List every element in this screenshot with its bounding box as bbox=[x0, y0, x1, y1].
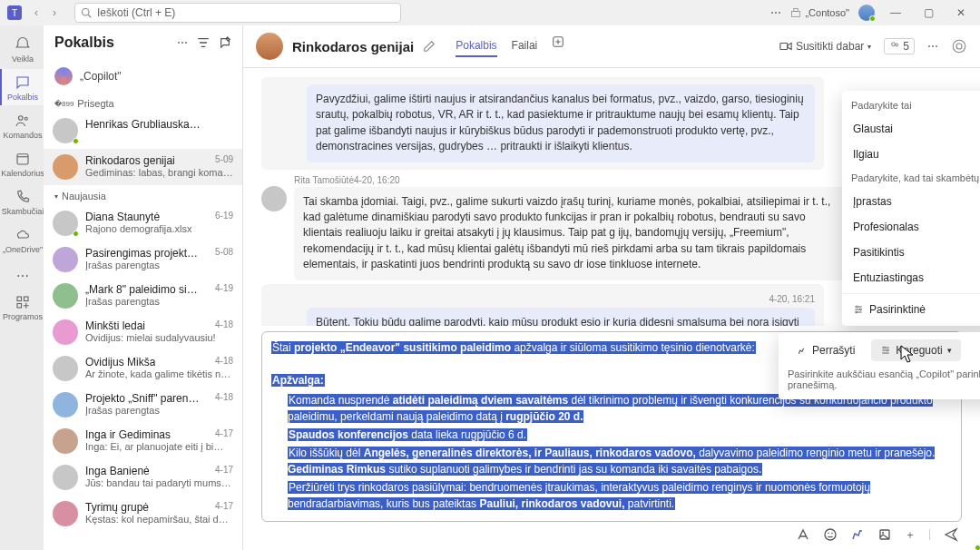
search-placeholder: Ieškoti (Ctrl + E) bbox=[97, 6, 175, 19]
rail-teams[interactable]: Komandos bbox=[0, 107, 44, 143]
header-more-icon[interactable]: ⋯ bbox=[927, 40, 938, 53]
rail-label: Pokalbis bbox=[7, 93, 38, 102]
dropdown-section: Padarykite tai bbox=[842, 94, 980, 116]
svg-point-22 bbox=[860, 530, 862, 532]
message-bubble: Tai skamba įdomiai. Taigi, pvz., galime … bbox=[294, 187, 857, 280]
message-bubble-mine: Būtent. Tokiu būdu galime parodyti, kaip… bbox=[307, 308, 815, 326]
svg-point-7 bbox=[24, 117, 27, 120]
window-minimize-icon[interactable]: — bbox=[884, 6, 907, 19]
dropdown-option-long[interactable]: Ilgiau bbox=[842, 142, 980, 167]
compose-add-icon[interactable]: ＋ bbox=[905, 527, 916, 543]
chatlist-more-icon[interactable]: ⋯ bbox=[177, 36, 188, 49]
edit-title-icon[interactable] bbox=[423, 40, 436, 53]
chat-entry[interactable]: Inga Banienė4-17Jūs: bandau tai padaryti… bbox=[44, 459, 242, 496]
more-icon[interactable]: ⋯ bbox=[770, 6, 781, 19]
meet-now-button[interactable]: Susitikti dabar▾ bbox=[779, 40, 871, 53]
svg-point-19 bbox=[825, 529, 836, 540]
filter-icon[interactable] bbox=[197, 36, 210, 49]
participants-button[interactable]: 5 bbox=[884, 38, 915, 54]
rewrite-tab-rewrite[interactable]: Perrašyti bbox=[788, 339, 864, 361]
copilot-header-icon[interactable] bbox=[951, 38, 967, 54]
chat-entry[interactable]: Inga ir Gediminas4-17Inga: Ei, ar planuo… bbox=[44, 423, 242, 459]
app-rail: Veikla Pokalbis Komandos Kalendorius Ska… bbox=[0, 25, 44, 550]
chat-avatar[interactable] bbox=[256, 33, 283, 60]
message-bubble-mine: Pavyzdžiui, galime ištirti naujus ir ats… bbox=[307, 84, 815, 162]
dropdown-option-custom[interactable]: Pasirinktinė bbox=[842, 297, 980, 322]
window-close-icon[interactable]: ✕ bbox=[949, 6, 973, 19]
svg-point-29 bbox=[887, 349, 889, 351]
dropdown-option-short[interactable]: Glaustai bbox=[842, 116, 980, 142]
rail-onedrive[interactable]: „OneDrive" bbox=[0, 221, 44, 258]
svg-rect-14 bbox=[780, 44, 788, 50]
nav-forward-icon[interactable]: › bbox=[47, 6, 62, 19]
tab-chat[interactable]: Pokalbis bbox=[456, 35, 496, 57]
rewrite-popup: Perrašyti Koreguoti ▾ ✕ Pasirinkite aukš… bbox=[779, 332, 980, 399]
add-tab-icon[interactable] bbox=[552, 35, 564, 57]
svg-point-16 bbox=[896, 44, 898, 46]
svg-point-25 bbox=[857, 306, 858, 308]
format-icon[interactable] bbox=[796, 527, 810, 543]
chat-entry[interactable]: Henrikas Grubliauskas (jūs) bbox=[44, 113, 242, 149]
chat-entry[interactable]: Diana Staunytė6-19Rajono demografija.xls… bbox=[44, 205, 242, 241]
rail-label: Veikla bbox=[12, 54, 34, 64]
svg-rect-12 bbox=[17, 304, 22, 309]
dropdown-option-confident[interactable]: Pasitikintis bbox=[842, 240, 980, 265]
sparkle-icon bbox=[797, 345, 808, 356]
rail-label: Komandos bbox=[3, 131, 42, 140]
org-name: „Contoso" bbox=[805, 7, 849, 18]
chat-entry[interactable]: Rinkodaros genijai5-09Gediminas: labas, … bbox=[44, 149, 242, 185]
org-icon bbox=[790, 7, 801, 18]
rewrite-hint: Pasirinkite aukščiau esančią „Copilot" p… bbox=[788, 368, 980, 390]
svg-point-24 bbox=[882, 532, 884, 534]
dropdown-section: Padarykite, kad tai skambėtų bbox=[842, 167, 980, 189]
copilot-entry[interactable]: „Copilot" bbox=[44, 60, 242, 93]
chat-entry[interactable]: Tyrimų grupė4-17Kęstas: kol nepamiršau, … bbox=[44, 496, 242, 532]
sliders-icon bbox=[880, 345, 891, 356]
rail-calls[interactable]: Skambučiai bbox=[0, 183, 44, 220]
adjust-dropdown: Padarykite tai Glaustai Ilgiau Padarykit… bbox=[842, 91, 980, 326]
rail-label: Kalendorius bbox=[1, 169, 44, 178]
org-switcher[interactable]: „Contoso" bbox=[790, 7, 849, 18]
chat-entry[interactable]: Ovidijus Mikša4-18Ar žinote, kada galime… bbox=[44, 350, 242, 387]
titlebar: T ‹ › Ieškoti (Ctrl + E) ⋯ „Contoso" — ▢… bbox=[0, 0, 980, 25]
dropdown-option-pro[interactable]: Profesionalas bbox=[842, 214, 980, 240]
section-recent: ▾Naujausia bbox=[44, 185, 242, 205]
rail-calendar[interactable]: Kalendorius bbox=[0, 145, 44, 182]
rail-chat[interactable]: Pokalbis bbox=[0, 69, 44, 105]
tab-files[interactable]: Failai bbox=[512, 35, 538, 57]
chat-entry[interactable]: Pasirengimas projektui „Avalon" pale…5-0… bbox=[44, 241, 242, 278]
svg-rect-10 bbox=[17, 297, 22, 301]
nav-back-icon[interactable]: ‹ bbox=[29, 6, 44, 19]
attach-icon[interactable] bbox=[877, 527, 892, 543]
rail-more[interactable]: ⋯ bbox=[0, 263, 44, 287]
dropdown-option-normal[interactable]: Įprastas bbox=[842, 189, 980, 214]
chat-entry[interactable]: Minkšti ledai4-18Ovidijus: mielai sudaly… bbox=[44, 314, 242, 350]
chat-entry[interactable]: Projekto „Sniff" parengimo paleidimui …4… bbox=[44, 387, 242, 423]
svg-point-18 bbox=[956, 44, 962, 49]
dropdown-option-enth[interactable]: Entuziastingas bbox=[842, 265, 980, 290]
svg-point-26 bbox=[859, 309, 861, 310]
emoji-icon[interactable] bbox=[823, 527, 838, 543]
svg-rect-5 bbox=[794, 9, 799, 12]
chat-header: Rinkodaros genijai Pokalbis Failai Susit… bbox=[243, 25, 980, 68]
search-input[interactable]: Ieškoti (Ctrl + E) bbox=[74, 3, 401, 23]
svg-point-20 bbox=[828, 533, 829, 535]
sender-avatar[interactable] bbox=[261, 186, 287, 211]
window-maximize-icon[interactable]: ▢ bbox=[916, 6, 940, 19]
rail-activity[interactable]: Veikla bbox=[0, 31, 44, 67]
rewrite-tab-adjust[interactable]: Koreguoti ▾ bbox=[871, 339, 960, 361]
rail-apps[interactable]: Programos bbox=[0, 289, 44, 325]
svg-point-17 bbox=[953, 40, 965, 53]
svg-point-28 bbox=[884, 347, 886, 349]
svg-line-3 bbox=[88, 15, 91, 17]
rail-label: Programos bbox=[3, 312, 43, 321]
chat-entry[interactable]: „Mark 8" paleidimo sinchronizavimas4-19Į… bbox=[44, 278, 242, 314]
copilot-compose-icon[interactable] bbox=[850, 527, 865, 543]
search-icon bbox=[81, 7, 92, 18]
send-icon[interactable] bbox=[944, 527, 958, 543]
svg-rect-11 bbox=[24, 297, 29, 301]
copilot-label: „Copilot" bbox=[80, 70, 122, 83]
user-avatar[interactable] bbox=[858, 5, 875, 21]
new-chat-icon[interactable] bbox=[219, 36, 231, 49]
svg-rect-8 bbox=[17, 154, 28, 164]
